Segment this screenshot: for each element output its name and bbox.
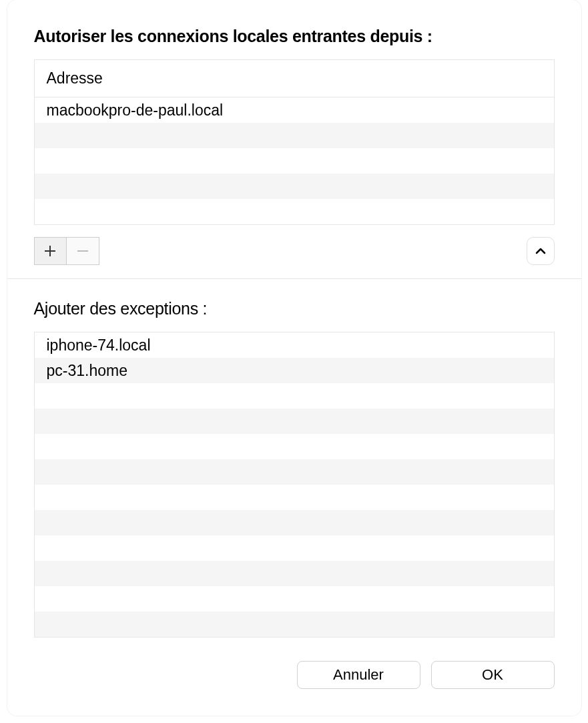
allow-table: Adresse macbookpro-de-paul.local bbox=[34, 59, 555, 225]
table-row[interactable]: iphone-74.local bbox=[35, 332, 554, 358]
plus-icon bbox=[44, 241, 56, 262]
allow-table-header[interactable]: Adresse bbox=[35, 60, 554, 97]
table-row[interactable] bbox=[35, 485, 554, 510]
table-row[interactable] bbox=[35, 535, 554, 561]
table-row[interactable] bbox=[35, 409, 554, 434]
table-row[interactable] bbox=[35, 148, 554, 174]
table-row[interactable] bbox=[35, 123, 554, 148]
allow-table-body: macbookpro-de-paul.local bbox=[35, 97, 554, 224]
cancel-button[interactable]: Annuler bbox=[297, 661, 420, 689]
exceptions-table: iphone-74.local pc-31.home bbox=[34, 332, 555, 638]
add-remove-group bbox=[34, 237, 99, 265]
table-row[interactable] bbox=[35, 199, 554, 224]
table-row[interactable] bbox=[35, 459, 554, 485]
exceptions-section-title: Ajouter des exceptions : bbox=[34, 299, 555, 318]
dialog-footer: Annuler OK bbox=[7, 658, 581, 716]
allow-section-title: Autoriser les connexions locales entrant… bbox=[34, 27, 555, 46]
table-row[interactable]: pc-31.home bbox=[35, 358, 554, 383]
table-row[interactable] bbox=[35, 383, 554, 409]
table-row[interactable] bbox=[35, 510, 554, 535]
table-row[interactable] bbox=[35, 612, 554, 637]
remove-button[interactable] bbox=[67, 238, 99, 264]
table-row[interactable] bbox=[35, 174, 554, 199]
ok-button[interactable]: OK bbox=[431, 661, 555, 689]
connections-dialog: Autoriser les connexions locales entrant… bbox=[7, 0, 581, 716]
allow-section: Autoriser les connexions locales entrant… bbox=[7, 0, 581, 278]
chevron-up-icon bbox=[535, 246, 546, 256]
exceptions-section: Ajouter des exceptions : iphone-74.local… bbox=[7, 279, 581, 658]
table-row[interactable] bbox=[35, 586, 554, 612]
collapse-button[interactable] bbox=[527, 237, 555, 265]
table-row[interactable]: macbookpro-de-paul.local bbox=[35, 97, 554, 123]
add-button[interactable] bbox=[35, 238, 67, 264]
table-row[interactable] bbox=[35, 561, 554, 586]
allow-row-controls bbox=[34, 237, 555, 265]
minus-icon bbox=[77, 241, 89, 262]
exceptions-table-body: iphone-74.local pc-31.home bbox=[35, 332, 554, 637]
table-row[interactable] bbox=[35, 434, 554, 459]
